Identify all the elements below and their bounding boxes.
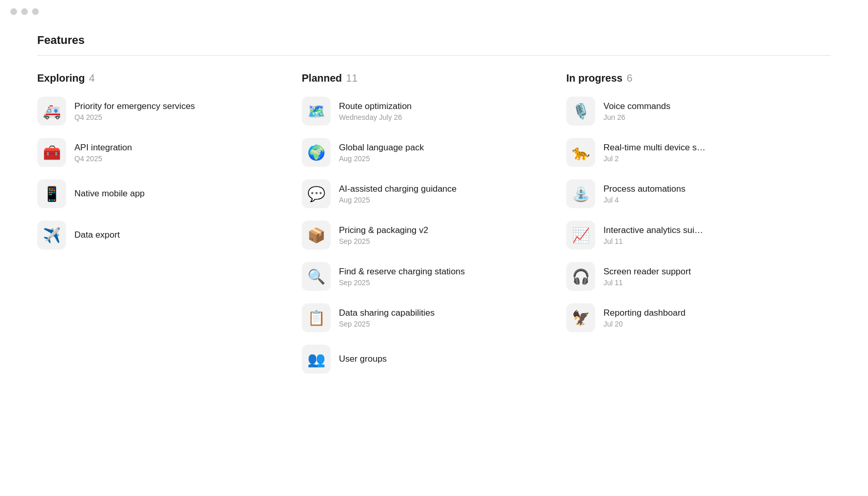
- feature-date: Sep 2025: [339, 278, 465, 287]
- feature-name: Native mobile app: [74, 189, 145, 199]
- list-item[interactable]: ✈️Data export: [37, 221, 281, 250]
- feature-name: Priority for emergency services: [74, 101, 195, 112]
- feature-info: Reporting dashboardJul 20: [603, 308, 686, 328]
- column-in-progress: In progress6🎙️Voice commandsJun 26🐆Real-…: [566, 72, 831, 386]
- list-item[interactable]: 🌍Global language packAug 2025: [302, 138, 546, 167]
- column-count-in-progress: 6: [627, 72, 632, 84]
- feature-name: Reporting dashboard: [603, 308, 686, 318]
- list-item[interactable]: 🐆Real-time multi device s…Jul 2: [566, 138, 810, 167]
- feature-icon: 🔍: [302, 262, 331, 291]
- divider: [37, 55, 831, 56]
- feature-info: Global language packAug 2025: [339, 143, 424, 163]
- feature-date: Sep 2025: [339, 237, 428, 245]
- feature-icon: 🧰: [37, 138, 66, 167]
- feature-date: Aug 2025: [339, 154, 424, 163]
- list-item[interactable]: ⛲Process automationsJul 4: [566, 179, 810, 208]
- list-item[interactable]: 🦅Reporting dashboardJul 20: [566, 303, 810, 332]
- list-item[interactable]: 🧰API integrationQ4 2025: [37, 138, 281, 167]
- feature-name: Process automations: [603, 184, 686, 194]
- feature-name: Interactive analytics sui…: [603, 225, 703, 236]
- column-header-in-progress: In progress6: [566, 72, 810, 84]
- feature-icon: 📱: [37, 179, 66, 208]
- feature-icon: 🌍: [302, 138, 331, 167]
- feature-icon: 📋: [302, 303, 331, 332]
- column-header-planned: Planned11: [302, 72, 546, 84]
- feature-icon: 📦: [302, 221, 331, 250]
- feature-info: Process automationsJul 4: [603, 184, 686, 204]
- minimize-button[interactable]: [21, 8, 28, 15]
- feature-info: Interactive analytics sui…Jul 11: [603, 225, 703, 245]
- feature-icon: 📈: [566, 221, 595, 250]
- feature-date: Aug 2025: [339, 196, 457, 204]
- maximize-button[interactable]: [32, 8, 39, 15]
- feature-name: User groups: [339, 354, 387, 364]
- feature-name: AI-assisted charging guidance: [339, 184, 457, 194]
- feature-date: Q4 2025: [74, 113, 195, 121]
- column-count-exploring: 4: [89, 72, 95, 84]
- list-item[interactable]: 🗺️Route optimizationWednesday July 26: [302, 97, 546, 126]
- feature-date: Sep 2025: [339, 320, 435, 328]
- feature-date: Jul 20: [603, 320, 686, 328]
- feature-icon: 🗺️: [302, 97, 331, 126]
- feature-info: Voice commandsJun 26: [603, 101, 670, 121]
- list-item[interactable]: 🎙️Voice commandsJun 26: [566, 97, 810, 126]
- feature-icon: ⛲: [566, 179, 595, 208]
- feature-name: Real-time multi device s…: [603, 143, 705, 153]
- feature-info: Screen reader supportJul 11: [603, 267, 691, 287]
- list-item[interactable]: 📱Native mobile app: [37, 179, 281, 208]
- list-item[interactable]: 📦Pricing & packaging v2Sep 2025: [302, 221, 546, 250]
- feature-icon: 🚑: [37, 97, 66, 126]
- feature-info: Find & reserve charging stationsSep 2025: [339, 267, 465, 287]
- close-button[interactable]: [10, 8, 17, 15]
- feature-info: Route optimizationWednesday July 26: [339, 101, 412, 121]
- feature-icon: 🦅: [566, 303, 595, 332]
- feature-icon: 🎙️: [566, 97, 595, 126]
- feature-name: Global language pack: [339, 143, 424, 153]
- feature-date: Jul 11: [603, 237, 703, 245]
- page-container: Features Exploring4🚑Priority for emergen…: [0, 23, 868, 407]
- feature-name: Pricing & packaging v2: [339, 225, 428, 236]
- feature-info: AI-assisted charging guidanceAug 2025: [339, 184, 457, 204]
- feature-name: API integration: [74, 143, 132, 153]
- title-bar: [0, 0, 868, 23]
- feature-info: Real-time multi device s…Jul 2: [603, 143, 705, 163]
- column-title-exploring: Exploring: [37, 72, 85, 84]
- list-item[interactable]: 👥User groups: [302, 345, 546, 374]
- feature-info: Data export: [74, 230, 120, 240]
- column-count-planned: 11: [346, 72, 358, 84]
- feature-name: Route optimization: [339, 101, 412, 112]
- column-header-exploring: Exploring4: [37, 72, 281, 84]
- feature-name: Data export: [74, 230, 120, 240]
- feature-icon: 💬: [302, 179, 331, 208]
- feature-info: API integrationQ4 2025: [74, 143, 132, 163]
- feature-date: Jul 2: [603, 154, 705, 163]
- feature-icon: ✈️: [37, 221, 66, 250]
- column-title-in-progress: In progress: [566, 72, 623, 84]
- feature-date: Wednesday July 26: [339, 113, 412, 121]
- feature-info: Native mobile app: [74, 189, 145, 199]
- list-item[interactable]: 🚑Priority for emergency servicesQ4 2025: [37, 97, 281, 126]
- feature-name: Find & reserve charging stations: [339, 267, 465, 277]
- list-item[interactable]: 📈Interactive analytics sui…Jul 11: [566, 221, 810, 250]
- page-title: Features: [37, 34, 831, 47]
- feature-icon: 👥: [302, 345, 331, 374]
- feature-name: Screen reader support: [603, 267, 691, 277]
- list-item[interactable]: 💬AI-assisted charging guidanceAug 2025: [302, 179, 546, 208]
- list-item[interactable]: 📋Data sharing capabilitiesSep 2025: [302, 303, 546, 332]
- feature-info: Data sharing capabilitiesSep 2025: [339, 308, 435, 328]
- list-item[interactable]: 🎧Screen reader supportJul 11: [566, 262, 810, 291]
- column-exploring: Exploring4🚑Priority for emergency servic…: [37, 72, 302, 386]
- feature-icon: 🎧: [566, 262, 595, 291]
- column-planned: Planned11🗺️Route optimizationWednesday J…: [302, 72, 566, 386]
- feature-date: Jun 26: [603, 113, 670, 121]
- feature-info: Priority for emergency servicesQ4 2025: [74, 101, 195, 121]
- feature-date: Q4 2025: [74, 154, 132, 163]
- feature-name: Data sharing capabilities: [339, 308, 435, 318]
- column-title-planned: Planned: [302, 72, 342, 84]
- feature-date: Jul 11: [603, 278, 691, 287]
- feature-name: Voice commands: [603, 101, 670, 112]
- feature-info: User groups: [339, 354, 387, 364]
- feature-info: Pricing & packaging v2Sep 2025: [339, 225, 428, 245]
- feature-date: Jul 4: [603, 196, 686, 204]
- list-item[interactable]: 🔍Find & reserve charging stationsSep 202…: [302, 262, 546, 291]
